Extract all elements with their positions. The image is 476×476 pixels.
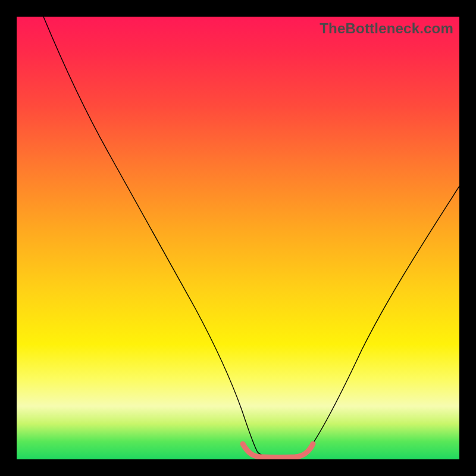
optimal-range-highlight bbox=[243, 444, 313, 458]
plot-area: TheBottleneck.com bbox=[17, 17, 459, 459]
chart-frame: TheBottleneck.com bbox=[0, 0, 476, 476]
bottleneck-curve bbox=[43, 17, 459, 457]
curve-overlay bbox=[17, 17, 459, 459]
